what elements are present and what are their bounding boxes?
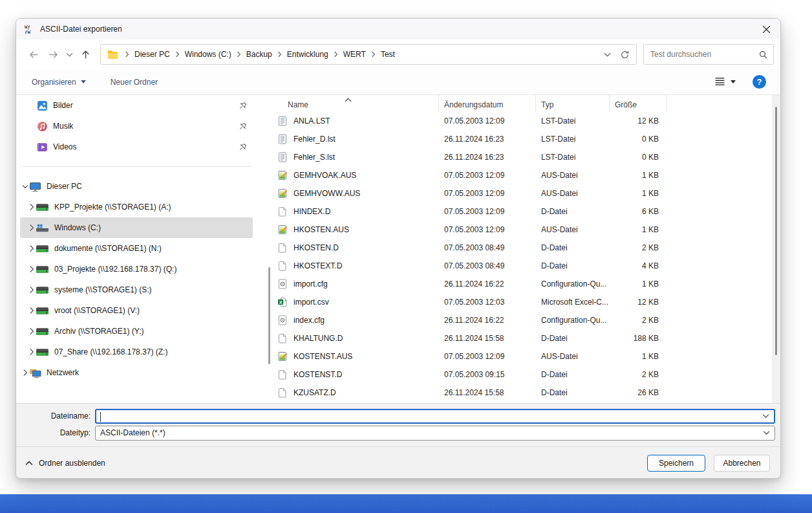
column-header-type[interactable]: Typ <box>536 95 610 112</box>
column-header-size[interactable]: Größe <box>610 95 667 112</box>
file-name: import.csv <box>294 298 329 307</box>
tree-item-windows[interactable]: Windows (C:) <box>20 217 253 238</box>
chevron-down-icon[interactable] <box>21 184 29 189</box>
table-row[interactable]: KOSTENST.AUS07.05.2003 12:09AUS-Datei1 K… <box>272 347 780 366</box>
sidebar-divider <box>21 166 251 167</box>
lst-file-icon <box>277 116 288 126</box>
breadcrumb-item[interactable]: Backup <box>245 50 273 59</box>
recent-locations-button[interactable] <box>63 45 76 64</box>
pin-icon[interactable] <box>239 101 248 110</box>
tree-item-07_share[interactable]: 07_Share (\\192.168.178.37) (Z:) <box>20 342 253 362</box>
breadcrumb-item[interactable]: Dieser PC <box>133 50 171 59</box>
chevron-right-icon[interactable] <box>28 265 36 273</box>
network-drive-icon <box>36 244 49 254</box>
table-row[interactable]: index.cfg26.11.2024 16:22Configuration-Q… <box>272 311 780 329</box>
table-row[interactable]: HKOSTEN.D07.05.2003 08:49D-Datei2 KB <box>272 239 780 257</box>
chevron-right-icon[interactable] <box>28 327 36 335</box>
table-row[interactable]: HKOSTEXT.D07.05.2003 08:49D-Datei4 KB <box>272 257 780 275</box>
breadcrumb-separator-icon <box>273 51 286 58</box>
search-input[interactable] <box>650 50 758 59</box>
table-row[interactable]: HKOSTEN.AUS07.05.2003 12:09AUS-Datei1 KB <box>272 221 780 239</box>
folder-icon <box>107 50 118 60</box>
tree-item-systeme[interactable]: systeme (\\STORAGE1) (S:) <box>20 279 253 300</box>
table-row[interactable]: import.cfg26.11.2024 16:22Configuration-… <box>272 275 780 293</box>
tree-item-kpp_projekte[interactable]: KPP_Projekte (\\STORAGE1) (A:) <box>20 197 253 217</box>
aus-file-icon <box>277 188 288 199</box>
back-button[interactable] <box>24 45 43 64</box>
table-row[interactable]: KOSTENST.D07.05.2003 09:15D-Datei2 KB <box>272 366 780 384</box>
tree-item-dieser[interactable]: Dieser PC <box>20 176 253 197</box>
file-size: 1 KB <box>610 225 667 234</box>
file-name: import.cfg <box>294 279 328 289</box>
hide-folders-button[interactable]: Ordner ausblenden <box>25 459 105 468</box>
filetype-select[interactable]: ASCII-Dateien (*.*) <box>95 426 775 441</box>
tree-item-dokumente[interactable]: dokumente (\\STORAGE1) (N:) <box>20 238 253 259</box>
address-bar[interactable]: Dieser PCWindows (C:)BackupEntwicklungWE… <box>100 44 637 65</box>
chevron-right-icon[interactable] <box>28 245 36 252</box>
pin-icon[interactable] <box>239 122 248 131</box>
sidebar-scrollbar[interactable] <box>268 267 270 364</box>
chevron-right-icon[interactable] <box>21 369 29 377</box>
view-options-button[interactable] <box>714 77 736 87</box>
csv-file-icon: aX <box>277 297 288 307</box>
table-row[interactable]: KZUSATZ.D26.11.2024 15:58D-Datei26 KB <box>272 384 780 402</box>
file-name: GEMHVOWW.AUS <box>294 189 360 198</box>
tree-item-vroot[interactable]: vroot (\\STORAGE1) (V:) <box>20 300 253 321</box>
address-history-button[interactable] <box>604 51 611 58</box>
chevron-right-icon[interactable] <box>28 203 36 211</box>
table-row[interactable]: GEMHVOAK.AUS07.05.2003 12:09AUS-Datei1 K… <box>272 166 780 184</box>
chevron-right-icon[interactable] <box>28 286 36 294</box>
file-name: Fehler_D.lst <box>294 135 336 144</box>
chevron-right-icon[interactable] <box>28 348 36 356</box>
breadcrumb-separator-icon <box>233 51 245 58</box>
hide-folders-label: Ordner ausblenden <box>39 459 105 468</box>
up-button[interactable] <box>76 45 95 64</box>
chevron-down-icon <box>731 80 736 83</box>
breadcrumb-item[interactable]: Entwicklung <box>286 50 330 59</box>
sidebar-item-label: Musik <box>53 122 73 131</box>
table-row[interactable]: Fehler_S.lst26.11.2024 16:23LST-Datei0 K… <box>272 148 780 166</box>
refresh-button[interactable] <box>620 50 630 60</box>
help-button[interactable]: ? <box>753 75 766 89</box>
network-drive-icon <box>36 202 49 212</box>
save-button[interactable]: Speichern <box>647 455 705 472</box>
file-name: index.cfg <box>294 316 325 325</box>
tree-item-03_projekte[interactable]: 03_Projekte (\\192.168.178.37) (Q:) <box>20 259 253 279</box>
chevron-right-icon[interactable] <box>28 307 36 314</box>
forward-button[interactable] <box>43 45 63 64</box>
table-row[interactable]: GEMHVOWW.AUS07.05.2003 12:09AUS-Datei1 K… <box>272 184 780 202</box>
sidebar-item-videos[interactable]: Videos <box>20 136 253 157</box>
list-header: Name Änderungsdatum Typ Größe <box>272 95 780 112</box>
search-icon[interactable] <box>758 50 768 60</box>
breadcrumb-item[interactable]: Windows (C:) <box>184 50 233 59</box>
file-type: LST-Datei <box>536 116 610 126</box>
sidebar-item-musik[interactable]: Musik <box>20 116 253 136</box>
column-header-name[interactable]: Name <box>272 95 439 112</box>
table-row[interactable]: HINDEX.D07.05.2003 12:09D-Datei6 KB <box>272 202 780 221</box>
tree-item-label: vroot (\\STORAGE1) (V:) <box>54 306 140 315</box>
breadcrumb-separator-icon <box>121 51 133 58</box>
pin-icon[interactable] <box>239 142 248 151</box>
table-row[interactable]: KHALTUNG.D26.11.2024 15:58D-Datei188 KB <box>272 329 780 347</box>
cancel-button[interactable]: Abbrechen <box>714 455 770 472</box>
filelist-scrollbar[interactable] <box>772 95 780 403</box>
close-button[interactable] <box>752 19 780 39</box>
tree-item-archiv[interactable]: Archiv (\\STORAGE1) (Y:) <box>20 321 253 342</box>
table-row[interactable]: Fehler_D.lst26.11.2024 16:23LST-Datei0 K… <box>272 130 780 148</box>
tree-item-netzwerk[interactable]: Netzwerk <box>20 362 253 383</box>
table-row[interactable]: ANLA.LST07.05.2003 12:09LST-Datei12 KB <box>272 112 780 130</box>
file-date: 07.05.2003 12:09 <box>439 225 536 234</box>
chevron-right-icon[interactable] <box>28 224 36 232</box>
file-name: Fehler_S.lst <box>294 153 335 162</box>
breadcrumb-item[interactable]: WERT <box>342 50 367 59</box>
organize-button[interactable]: Organisieren <box>32 78 86 87</box>
breadcrumb-item[interactable]: Test <box>379 50 396 59</box>
filename-input[interactable] <box>96 410 774 422</box>
scrollbar-thumb[interactable] <box>775 107 777 355</box>
table-row[interactable]: aXimport.csv07.05.2003 12:03Microsoft Ex… <box>272 293 780 311</box>
file-type: D-Datei <box>536 370 610 379</box>
new-folder-button[interactable]: Neuer Ordner <box>111 78 158 87</box>
sidebar-item-bilder[interactable]: Bilder <box>20 95 253 116</box>
column-header-date[interactable]: Änderungsdatum <box>439 95 536 112</box>
chevron-down-icon[interactable] <box>762 413 769 420</box>
